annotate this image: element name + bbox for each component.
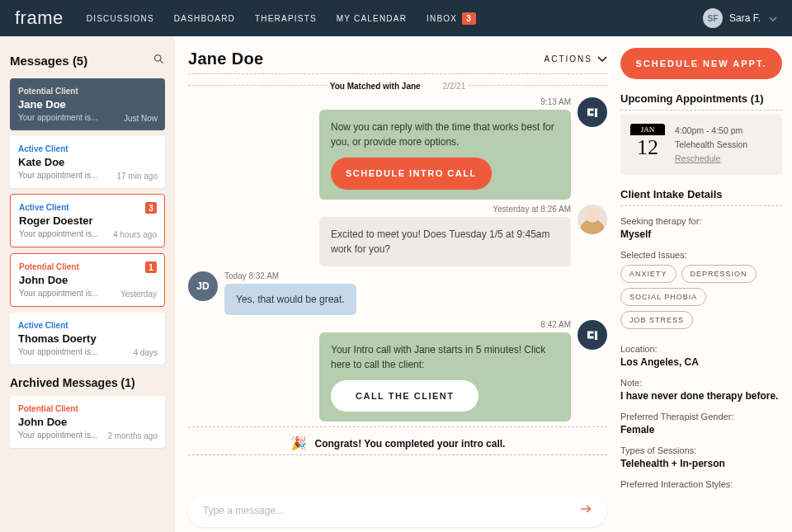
client-avatar-icon — [578, 205, 607, 234]
seeking-value: Myself — [620, 228, 782, 240]
message-text: Yes, that would be great. — [224, 284, 356, 315]
seeking-label: Seeking therapy for: — [620, 216, 782, 226]
unread-badge: 3 — [145, 202, 157, 214]
divider — [620, 110, 782, 111]
client-name: John Doe — [19, 274, 156, 286]
timestamp: 9:13 AM — [319, 97, 571, 106]
upcoming-heading: Upcoming Appointments (1) — [620, 92, 782, 105]
actions-label: ACTIONS — [544, 54, 592, 64]
message-time: 17 min ago — [117, 172, 158, 181]
location-value: Los Angeles, CA — [620, 356, 782, 368]
issue-chip: SOCIAL PHOBIA — [620, 288, 706, 306]
message-time: 2 months ago — [107, 431, 158, 440]
match-divider: You Matched with Jane 2/2/21 — [188, 78, 607, 92]
client-type-label: Active Client — [18, 144, 157, 153]
client-type-label: Potential Client — [18, 87, 157, 96]
client-type-label: Active Client — [18, 321, 157, 330]
avatar: SF — [703, 8, 723, 28]
cal-month: JAN — [630, 124, 665, 135]
unread-badge: 1 — [145, 261, 157, 273]
message-card[interactable]: Potential ClientJohn DoeYour appointment… — [10, 253, 165, 307]
schedule-intro-call-button[interactable]: SCHEDULE INTRO CALL — [331, 158, 492, 190]
message-card[interactable]: Active ClientRoger DoesterYour appointme… — [10, 194, 165, 247]
schedule-new-appt-button[interactable]: SCHEDULE NEW APPT. — [620, 48, 782, 79]
message-time: Yesterday — [120, 290, 157, 299]
congrats-text: Congrats! You completed your intro call. — [315, 438, 506, 450]
match-date: 2/2/21 — [434, 82, 474, 91]
user-name: Sara F. — [729, 12, 761, 24]
client-type-label: Active Client — [19, 203, 156, 212]
issues-chips: ANXIETYDEPRESSIONSOCIAL PHOBIAJOB STRESS — [620, 265, 782, 334]
client-name: Thomas Doerty — [18, 332, 157, 345]
calendar-icon: JAN 12 — [630, 124, 665, 165]
issue-chip: ANXIETY — [620, 265, 676, 283]
therapist-message: JD Today 8:32 AM Yes, that would be grea… — [188, 271, 607, 315]
inbox-badge: 3 — [462, 12, 476, 25]
message-composer[interactable] — [188, 494, 607, 527]
message-time: 4 hours ago — [113, 230, 157, 239]
user-menu[interactable]: SF Sara F. — [703, 8, 777, 28]
intake-heading: Client Intake Details — [620, 188, 782, 200]
client-name: Roger Doester — [19, 214, 156, 227]
sessions-label: Types of Sessions: — [620, 445, 782, 455]
sessions-value: Telehealth + In-person — [620, 458, 782, 469]
actions-dropdown[interactable]: ACTIONS — [544, 54, 607, 64]
divider — [188, 426, 607, 427]
therapist-avatar: JD — [188, 271, 218, 301]
divider — [188, 454, 607, 455]
messages-heading: Messages (5) — [10, 54, 87, 68]
message-card[interactable]: Potential ClientJane DoeYour appointment… — [10, 78, 165, 130]
nav-therapists[interactable]: THERAPISTS — [255, 14, 317, 23]
appt-time: 4:00pm - 4:50 pm — [675, 124, 747, 138]
logo[interactable]: frame — [15, 7, 64, 29]
divider — [620, 205, 782, 206]
timestamp: Yesterday at 8:26 AM — [319, 205, 571, 214]
issue-chip: DEPRESSION — [681, 265, 757, 283]
send-icon[interactable] — [579, 502, 592, 519]
timestamp: Today 8:32 AM — [224, 271, 356, 280]
party-popper-icon: 🎉 — [290, 435, 307, 451]
appt-type: Telehealth Session — [675, 138, 747, 152]
messages-sidebar: Messages (5) Potential ClientJane DoeYou… — [0, 36, 175, 532]
client-type-label: Potential Client — [19, 262, 156, 271]
nav-my-calendar[interactable]: MY CALENDAR — [337, 14, 407, 23]
message-card[interactable]: Potential ClientJohn DoeYour appointment… — [10, 396, 165, 448]
client-name: John Doe — [18, 416, 157, 428]
message-list: Potential ClientJane DoeYour appointment… — [10, 78, 165, 365]
issue-chip: JOB STRESS — [620, 311, 693, 329]
search-icon[interactable] — [153, 53, 165, 68]
nav-inbox[interactable]: INBOX 3 — [427, 12, 476, 25]
message-text: Excited to meet you! Does Tuesday 1/5 at… — [319, 217, 571, 266]
chat-title: Jane Doe — [188, 49, 263, 68]
message-time: 4 days — [134, 348, 158, 357]
nav-discussions[interactable]: DISCUSSIONS — [87, 14, 154, 23]
cal-day: 12 — [630, 135, 665, 160]
message-input[interactable] — [203, 505, 579, 516]
congrats-row: 🎉 Congrats! You completed your intro cal… — [188, 435, 607, 451]
client-type-label: Potential Client — [18, 404, 157, 413]
nav-inbox-label: INBOX — [427, 14, 457, 23]
frame-avatar-icon — [578, 97, 607, 127]
reschedule-link[interactable]: Reschedule — [675, 152, 747, 166]
system-message: 8:42 AM Your Intro call with Jane starts… — [188, 320, 607, 422]
archived-list: Potential ClientJohn DoeYour appointment… — [10, 396, 165, 448]
client-name: Jane Doe — [18, 98, 157, 111]
chevron-down-icon — [769, 12, 777, 24]
note-label: Note: — [620, 378, 782, 388]
message-card[interactable]: Active ClientThomas DoertyYour appointme… — [10, 313, 165, 365]
details-sidebar: SCHEDULE NEW APPT. Upcoming Appointments… — [620, 36, 792, 532]
client-name: Kate Doe — [18, 156, 157, 168]
chevron-down-icon — [597, 56, 607, 63]
svg-line-1 — [160, 60, 163, 63]
match-label: You Matched with Jane — [322, 82, 429, 91]
message-card[interactable]: Active ClientKate DoeYour appointment is… — [10, 136, 165, 188]
chat-pane: Jane Doe ACTIONS You Matched with Jane 2… — [175, 36, 620, 532]
call-the-client-button[interactable]: CALL THE CLIENT — [331, 380, 478, 412]
top-nav: frame DISCUSSIONS DASHBOARD THERAPISTS M… — [0, 0, 792, 36]
appointment-card: JAN 12 4:00pm - 4:50 pm Telehealth Sessi… — [620, 114, 782, 175]
frame-avatar-icon — [578, 320, 607, 350]
nav-dashboard[interactable]: DASHBOARD — [174, 14, 235, 23]
divider — [188, 73, 607, 74]
interaction-label: Preferred Interaction Styles: — [620, 479, 782, 489]
message-time: Just Now — [124, 114, 158, 123]
